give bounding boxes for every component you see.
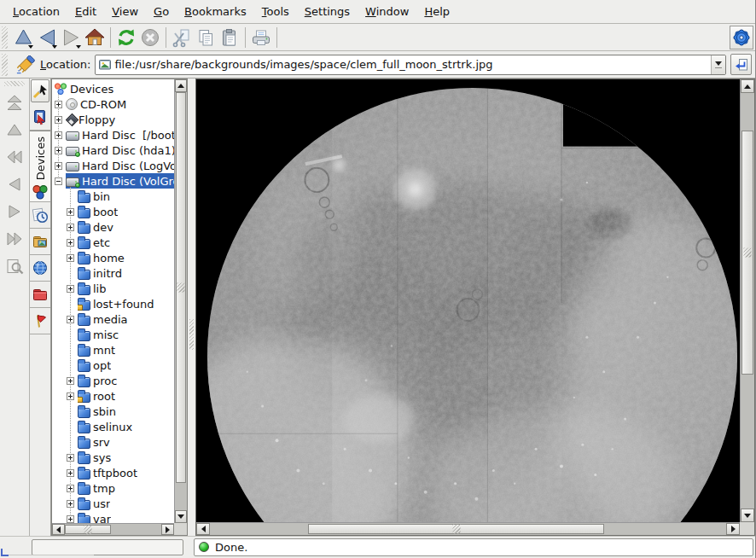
- tree-expander[interactable]: [67, 254, 74, 262]
- tree-item-body[interactable]: media: [78, 311, 174, 327]
- menu-go[interactable]: Go: [146, 1, 177, 22]
- tree-item-body[interactable]: Devices: [54, 81, 174, 96]
- tree-expander[interactable]: [55, 116, 62, 124]
- tree-horizontal-scrollbar[interactable]: [52, 523, 174, 535]
- tree-item-devices[interactable]: Devices: [52, 81, 174, 96]
- print-button[interactable]: [249, 26, 273, 49]
- tab-home-folder[interactable]: [30, 229, 50, 255]
- sidebar-configure-button[interactable]: [31, 79, 49, 102]
- tab-network[interactable]: [30, 255, 50, 282]
- tree-expander[interactable]: [67, 316, 74, 323]
- tab-history[interactable]: [30, 202, 50, 229]
- menu-help[interactable]: Help: [416, 1, 457, 22]
- location-input[interactable]: file:/usr/share/backgrounds/images/space…: [95, 55, 726, 75]
- home-button[interactable]: [83, 26, 107, 49]
- tree-item-floppy[interactable]: Floppy: [52, 112, 174, 127]
- tree-item-body[interactable]: srv: [78, 434, 174, 450]
- tree-item-body[interactable]: proc: [78, 373, 174, 388]
- menu-bookmarks[interactable]: Bookmarks: [177, 1, 254, 22]
- menu-view[interactable]: View: [104, 1, 146, 22]
- menu-edit[interactable]: Edit: [67, 1, 104, 22]
- tree-expander[interactable]: [67, 469, 74, 477]
- find-button[interactable]: [3, 255, 26, 277]
- scroll-right-button[interactable]: [726, 523, 740, 535]
- image-vertical-scrollbar[interactable]: [740, 79, 754, 522]
- tree-item-body[interactable]: Hard Disc (hda1) [/: [66, 142, 174, 158]
- tree-vertical-scrollbar[interactable]: [174, 79, 187, 523]
- scroll-down-button[interactable]: [175, 510, 187, 523]
- tab-devices[interactable]: Devices: [30, 131, 50, 202]
- reload-button[interactable]: [114, 26, 138, 49]
- tree-item-body[interactable]: mnt: [78, 342, 174, 357]
- back-button[interactable]: [35, 26, 59, 49]
- tree-expander[interactable]: [55, 101, 62, 108]
- tree-expander[interactable]: [67, 285, 74, 293]
- tree-item-body[interactable]: etc: [78, 235, 174, 250]
- scroll-up-button[interactable]: [175, 79, 187, 92]
- stop-button[interactable]: [138, 26, 162, 49]
- tree-item-body[interactable]: Hard Disc (VolGrou: [66, 173, 174, 189]
- tree-item-body[interactable]: selinux: [78, 419, 174, 434]
- tree-item-body[interactable]: sbin: [78, 404, 174, 419]
- tree-item-body[interactable]: Hard Disc (LogVol0: [66, 158, 174, 173]
- forward-button[interactable]: [59, 26, 83, 49]
- tree-item-hard-disc-hda1[interactable]: Hard Disc (hda1) [/: [52, 142, 174, 158]
- menu-location[interactable]: Location: [5, 1, 67, 22]
- image-horizontal-scrollbar[interactable]: [196, 522, 740, 535]
- tree-expander[interactable]: [67, 377, 74, 385]
- tab-services[interactable]: [30, 308, 50, 334]
- tree-item-body[interactable]: usr: [78, 496, 174, 511]
- scrollbar-thumb[interactable]: [741, 131, 753, 375]
- menu-settings[interactable]: Settings: [297, 1, 358, 22]
- toolbar-grip[interactable]: [2, 26, 8, 49]
- back-double-button[interactable]: [3, 146, 26, 168]
- tree-item-body[interactable]: var: [78, 511, 174, 523]
- tree-item-body[interactable]: Hard Disc [/boot]: [66, 127, 174, 142]
- tree-expander[interactable]: [67, 485, 74, 492]
- scroll-down-button[interactable]: [741, 509, 754, 522]
- tree-item-hard-disc-boot[interactable]: Hard Disc [/boot]: [52, 127, 174, 142]
- tree-item-body[interactable]: opt: [78, 357, 174, 373]
- location-dropdown-button[interactable]: [711, 55, 725, 74]
- tree-expander[interactable]: [67, 224, 74, 231]
- back-nav-button[interactable]: [3, 173, 26, 195]
- tree-item-hard-disc-volgrou[interactable]: Hard Disc (VolGrou: [52, 173, 174, 189]
- tree-item-body[interactable]: misc: [78, 327, 174, 342]
- tab-root-folder[interactable]: [30, 282, 50, 308]
- tree-item-body[interactable]: dev: [78, 219, 174, 235]
- tree-expander[interactable]: [55, 177, 62, 185]
- tree-item-body[interactable]: root: [78, 388, 174, 404]
- tree-item-body[interactable]: CD-ROM: [66, 96, 174, 112]
- tree-item-body[interactable]: tmp: [78, 480, 174, 496]
- toolbar-grip[interactable]: [4, 81, 25, 86]
- up-double-button[interactable]: [3, 91, 26, 113]
- location-value[interactable]: file:/usr/share/backgrounds/images/space…: [114, 58, 711, 71]
- tree-expander[interactable]: [55, 162, 62, 170]
- go-button[interactable]: [730, 54, 752, 75]
- tree-item-hard-disc-logvol0[interactable]: Hard Disc (LogVol0: [52, 158, 174, 173]
- menu-window[interactable]: Window: [358, 1, 416, 22]
- scroll-left-button[interactable]: [52, 524, 65, 535]
- forward-double-button[interactable]: [3, 228, 26, 250]
- paste-button[interactable]: [218, 26, 241, 49]
- tree-expander[interactable]: [67, 208, 74, 216]
- menu-tools[interactable]: Tools: [254, 1, 297, 22]
- scroll-right-button[interactable]: [161, 524, 174, 535]
- tree-expander[interactable]: [67, 239, 74, 247]
- panel-splitter[interactable]: [188, 78, 195, 536]
- tree-item-body[interactable]: initrd: [78, 265, 174, 281]
- scroll-up-button[interactable]: [741, 79, 754, 93]
- tree-expander[interactable]: [67, 515, 74, 523]
- tree-item-body[interactable]: Floppy: [66, 112, 174, 127]
- cut-button[interactable]: [170, 26, 194, 49]
- tree-expander[interactable]: [55, 147, 62, 154]
- scrollbar-thumb[interactable]: [65, 525, 111, 534]
- tree-item-body[interactable]: boot: [78, 204, 174, 219]
- tab-bookmarks[interactable]: [30, 104, 50, 131]
- tree-expander[interactable]: [67, 392, 74, 400]
- up-nav-button[interactable]: [3, 119, 26, 141]
- tree-item-body[interactable]: tftpboot: [78, 465, 174, 480]
- tree-expander[interactable]: [67, 500, 74, 508]
- tree-item-body[interactable]: home: [78, 250, 174, 265]
- clear-location-button[interactable]: [15, 53, 36, 77]
